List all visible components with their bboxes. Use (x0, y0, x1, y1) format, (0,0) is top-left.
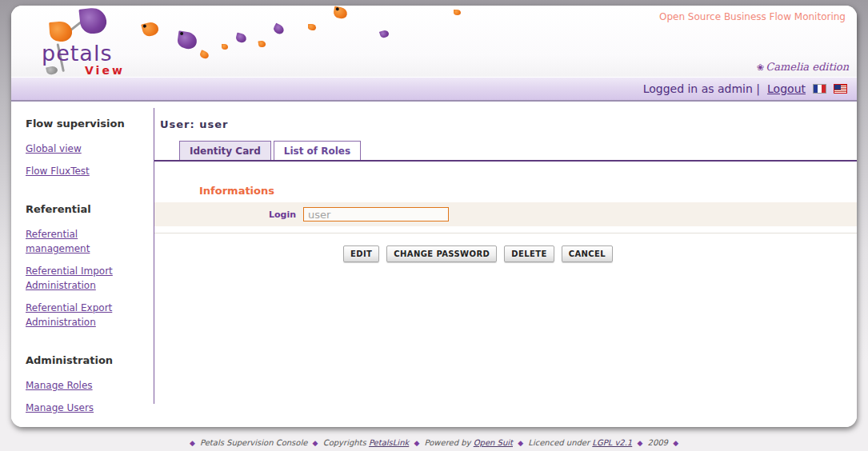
sidebar-item-referential-management[interactable]: Referential management (26, 227, 144, 256)
sidebar-item-global-view[interactable]: Global view (26, 142, 144, 156)
sidebar: Flow supervision Global view Flow FluxTe… (11, 102, 154, 427)
petalslink-link[interactable]: PetalsLink (369, 438, 409, 447)
edition-label: ❀Camelia edition (757, 61, 849, 73)
logo-petal-orange (49, 21, 73, 42)
sidebar-section-administration: Administration (26, 354, 154, 366)
petal-seed-dot (180, 32, 184, 36)
login-label: Login (154, 210, 303, 220)
petal-seed-dot (142, 24, 146, 28)
footer-year-text: 2009 (648, 438, 668, 447)
petal-decoration (258, 40, 266, 47)
diamond-icon: ◆ (634, 439, 645, 447)
app-tagline: Open Source Business Flow Monitoring (659, 11, 846, 22)
opensuit-link[interactable]: Open Suit (474, 438, 513, 447)
lgpl-link[interactable]: LGPL v2.1 (592, 438, 632, 447)
page-title: User: user (160, 118, 857, 130)
tab-bar: Identity Card List of Roles (154, 141, 857, 162)
sidebar-item-referential-import[interactable]: Referential Import Administration (26, 264, 144, 293)
change-password-button[interactable]: CHANGE PASSWORD (386, 245, 497, 262)
footer: ◆ Petals Supervision Console ◆ Copyright… (0, 438, 868, 447)
diamond-icon: ◆ (670, 439, 681, 447)
petal-decoration (235, 33, 247, 44)
logo-petal-gray (46, 66, 58, 76)
informations-section-title: Informations (199, 185, 857, 197)
diamond-icon: ◆ (310, 439, 321, 447)
petal-decoration (308, 24, 316, 30)
petal-decoration (333, 6, 348, 20)
cancel-button[interactable]: CANCEL (562, 245, 613, 262)
french-flag-icon[interactable] (813, 84, 826, 94)
us-flag-icon[interactable] (834, 84, 847, 94)
tab-identity-card[interactable]: Identity Card (179, 141, 271, 160)
brand-name: petals (42, 41, 112, 66)
petal-decoration (177, 30, 198, 50)
diamond-icon: ◆ (411, 439, 422, 447)
sidebar-section-flow-supervision: Flow supervision (26, 118, 154, 130)
footer-console-text: Petals Supervision Console (200, 438, 307, 447)
tab-list-of-roles[interactable]: List of Roles (274, 141, 361, 160)
sidebar-divider (154, 108, 154, 404)
header: petals View Open Source Business Flow Mo… (11, 6, 857, 77)
delete-button[interactable]: DELETE (504, 245, 554, 262)
sidebar-section-referential: Referential (26, 203, 154, 215)
footer-powered-text: Powered by (425, 438, 471, 447)
login-input[interactable] (303, 207, 449, 222)
footer-copyright-text: Copyrights (323, 438, 366, 447)
petal-seed-dot (335, 7, 339, 11)
petal-decoration (379, 30, 390, 39)
login-form-row: Login (154, 202, 857, 226)
camelia-flower-icon: ❀ (757, 62, 764, 73)
logo-petal-purple (78, 6, 107, 34)
logged-in-text: Logged in as admin | (643, 82, 760, 95)
content-area: Flow supervision Global view Flow FluxTe… (11, 102, 857, 427)
petal-decoration (454, 10, 461, 15)
main-panel: User: user Identity Card List of Roles I… (154, 102, 857, 427)
petal-decoration (272, 23, 286, 36)
sidebar-item-manage-roles[interactable]: Manage Roles (26, 378, 144, 393)
sidebar-item-manage-users[interactable]: Manage Users (26, 401, 144, 415)
form-separator (154, 233, 857, 233)
petal-decoration (199, 50, 210, 59)
diamond-icon: ◆ (187, 439, 198, 447)
button-bar: EDIT CHANGE PASSWORD DELETE CANCEL (343, 245, 857, 262)
logout-link[interactable]: Logout (767, 82, 806, 95)
brand-subname: View (85, 64, 125, 77)
petal-decoration (222, 44, 228, 50)
sidebar-item-referential-export[interactable]: Referential Export Administration (26, 301, 144, 329)
edit-button[interactable]: EDIT (343, 245, 379, 262)
sidebar-item-flow-fluxtest[interactable]: Flow FluxTest (26, 164, 144, 178)
user-bar: Logged in as admin | Logout (11, 77, 857, 102)
page-background: petals View Open Source Business Flow Mo… (0, 0, 868, 451)
diamond-icon: ◆ (515, 439, 526, 447)
footer-license-text: Licenced under (528, 438, 590, 447)
petals-logo: petals View (11, 6, 147, 77)
app-window: petals View Open Source Business Flow Mo… (11, 6, 857, 427)
